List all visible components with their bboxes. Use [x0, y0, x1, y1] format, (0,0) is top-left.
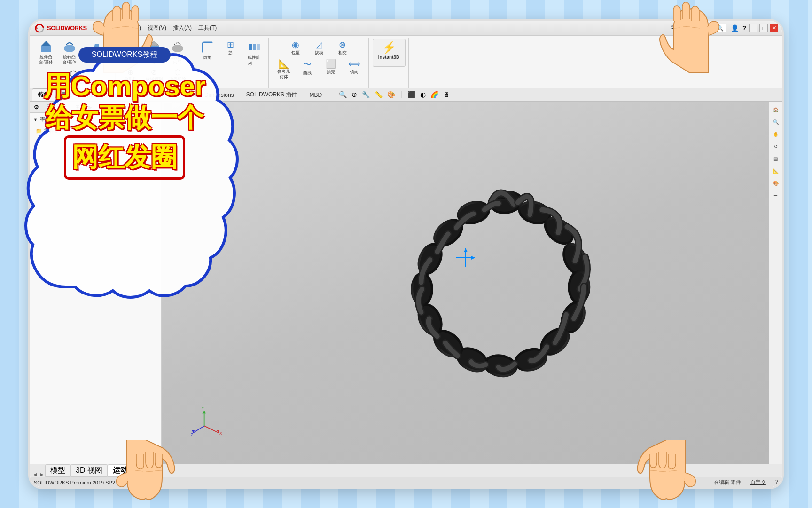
more-buttons-2: 📐 参考几何体 〜 曲线 ⬜ 抽壳 ⟺ 镜向 [273, 58, 366, 80]
menu-tools[interactable]: 工具(T) [195, 23, 219, 33]
right-pan-button[interactable]: ✋ [770, 128, 781, 140]
tab-surface[interactable]: 曲面 [79, 88, 102, 101]
bottom-tab-3dview[interactable]: 3D 视图 [70, 464, 108, 477]
ribbon-group-instant3d: ⚡ Instant3D [370, 38, 409, 88]
sweep-cut-button[interactable]: ⊘ 放样切割 [143, 67, 165, 88]
tab-mbd-dim[interactable]: MBD Dimensions [184, 89, 240, 100]
right-home-button[interactable]: 🏠 [770, 104, 781, 115]
help-icon[interactable]: ? [742, 24, 746, 32]
ribbon-group-more: ◉ 包覆 ◿ 拔模 ⊗ 相交 � [270, 38, 369, 88]
bottom-prev-button[interactable]: ◀ [32, 472, 39, 477]
view-shade-icon[interactable]: ◐ [419, 91, 427, 98]
status-customize[interactable]: 自定义 [750, 479, 766, 486]
panel-tab-tree[interactable]: ☰ [43, 102, 56, 112]
bottom-next-button[interactable]: ▶ [39, 472, 45, 477]
hole-button[interactable]: ⊕ 异形孔向导 [119, 67, 142, 88]
search-box[interactable]: 搜索命令 🔍 [692, 24, 726, 32]
sw-logo: 3S SOLIDWORKS [34, 24, 87, 33]
maximize-button[interactable]: □ [759, 24, 768, 32]
panel-tab-filter[interactable]: ⚙ [30, 102, 43, 112]
menu-view[interactable]: 视图(V) [145, 23, 169, 33]
rib-button[interactable]: ⊞ 筋 [219, 39, 242, 68]
tab-sketch[interactable]: 草图 [55, 88, 79, 101]
boundary-cut-icon: ⬡ [174, 68, 181, 77]
panel-tab-more[interactable]: ▶ [84, 102, 96, 112]
user-icon[interactable]: 👤 [731, 24, 739, 32]
boundary-boss-button[interactable]: ⬡ 边界凸台/基体 [58, 68, 89, 86]
view-icon-1[interactable]: 🔍 [337, 91, 348, 98]
intersect-button[interactable]: ⊗ 相交 [331, 39, 354, 57]
ref-geo-button[interactable]: 📐 参考几何体 [273, 58, 295, 80]
tab-structural[interactable]: 结构系统 [102, 88, 137, 101]
viewport: X Y Z [162, 102, 782, 464]
solidworks-ui: 3S SOLIDWORKS 文件(F) 编辑(E) 视图(V) 插入(A) 工具… [30, 21, 782, 487]
tab-features[interactable]: 特征 [32, 88, 55, 101]
sweep-cut-icon: ⊘ [151, 68, 157, 77]
linear-pattern-button[interactable]: 线性阵列 [243, 39, 265, 68]
tab-weld[interactable]: 焊件 [137, 88, 161, 101]
panel-tabs: ⚙ ☰ 📋 ⊞ ▶ [30, 102, 161, 113]
revolve-boss-label: 旋转凸台/基体 [62, 55, 77, 65]
menu-edit[interactable]: 编辑(E) [119, 23, 144, 33]
bottom-tab-motion[interactable]: 运动算例1 [108, 464, 152, 477]
loft-boss-button[interactable]: 放样凸台/基体 [82, 39, 112, 66]
shell-icon: ⬜ [326, 59, 336, 69]
right-section-button[interactable]: ▧ [770, 153, 781, 164]
curve-label: 曲线 [303, 70, 312, 76]
view-icon-3[interactable]: 🔧 [360, 91, 371, 98]
view-icon-5[interactable]: 🎨 [386, 91, 397, 98]
tab-mbd[interactable]: MBD [303, 89, 328, 100]
loft-boss-label: 放样凸台/基体 [84, 55, 110, 60]
curve-button[interactable]: 〜 曲线 [296, 58, 319, 80]
svg-rect-11 [257, 44, 260, 50]
main-content: ⚙ ☰ 📋 ⊞ ▶ ▼ 零件1 📁 [30, 102, 782, 464]
hair-tie-model [366, 142, 648, 424]
menu-file[interactable]: 文件(F) [94, 23, 118, 33]
right-rotate-button[interactable]: ↺ [770, 141, 781, 152]
fillet-button[interactable]: 圆角 [196, 39, 219, 68]
mirror-button[interactable]: ⟺ 镜向 [343, 58, 366, 80]
curve-icon: 〜 [303, 59, 312, 70]
revolve-boss-button[interactable]: 旋转凸台/基体 [58, 39, 81, 66]
extrude-cut-button[interactable]: 拉伸切除 [143, 39, 165, 66]
menu-insert[interactable]: 插入(A) [170, 23, 195, 33]
view-icon-4[interactable]: 📏 [373, 91, 384, 98]
status-help-icon[interactable]: ? [775, 479, 778, 486]
view-cube-icon[interactable]: ⬛ [406, 91, 417, 98]
instant3d-button[interactable]: ⚡ Instant3D [373, 39, 406, 67]
view-icon-2[interactable]: ⊕ [350, 91, 359, 98]
right-zoom-button[interactable]: 🔍 [770, 116, 781, 127]
svg-marker-22 [464, 248, 468, 252]
panel-tab-config[interactable]: ⊞ [71, 102, 84, 112]
svg-text:3S: 3S [35, 26, 38, 29]
tab-eval[interactable]: 评估 [161, 88, 184, 101]
tree-item-1[interactable]: 📁 零件1 [36, 127, 156, 135]
tab-sw-plugins[interactable]: SOLIDWORKS 插件 [240, 88, 304, 101]
bottom-tab-model[interactable]: 模型 [45, 464, 70, 477]
right-list-button[interactable]: ☰ [770, 190, 781, 201]
ribbon: 拉伸凸台/基体 旋转凸台/基体 放样凸台/基体 [30, 36, 782, 102]
view-color-icon[interactable]: 🌈 [429, 91, 440, 98]
tree-item-1-label: 零件1 [44, 127, 57, 135]
title-bar-right: 零件1 搜索命令 🔍 👤 ? — □ ✕ [671, 24, 778, 32]
right-measure-button[interactable]: 📐 [770, 165, 781, 176]
panel-tab-props[interactable]: 📋 [56, 102, 71, 112]
view-display-icon[interactable]: 🖥 [442, 91, 451, 98]
right-appearance-button[interactable]: 🎨 [770, 177, 781, 189]
minimize-button[interactable]: — [749, 24, 757, 32]
shell-button[interactable]: ⬜ 抽壳 [320, 58, 342, 80]
svg-rect-6 [149, 46, 159, 52]
svg-marker-24 [471, 256, 475, 260]
revolve-cut-button[interactable]: 旋转切向导 [166, 39, 189, 66]
instant3d-label: Instant3D [378, 55, 400, 60]
close-button[interactable]: ✕ [770, 24, 778, 32]
draft-button[interactable]: ◿ 拔模 [308, 39, 330, 57]
feature-buttons: 圆角 ⊞ 筋 线性阵列 [196, 39, 265, 68]
boundary-cut-button[interactable]: ⬡ 边界切除 [166, 67, 189, 88]
extrude-boss-button[interactable]: 拉伸凸台/基体 [35, 39, 57, 66]
sweep-button[interactable]: 扫描 [119, 39, 142, 66]
wrap-button[interactable]: ◉ 包覆 [284, 39, 307, 57]
extrude-cut-label: 拉伸切除 [148, 55, 160, 65]
boss-buttons: 拉伸凸台/基体 旋转凸台/基体 放样凸台/基体 [35, 39, 112, 66]
fillet-icon [200, 40, 215, 55]
